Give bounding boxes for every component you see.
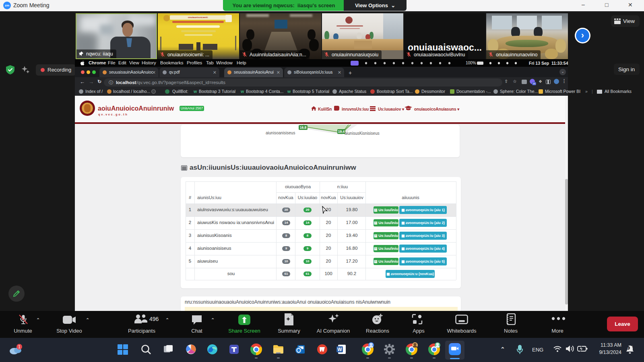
svg-text:1: 1 [18,345,21,349]
svg-text:z: z [627,346,629,350]
svg-text:z: z [631,345,633,348]
svg-text:W: W [337,347,342,352]
